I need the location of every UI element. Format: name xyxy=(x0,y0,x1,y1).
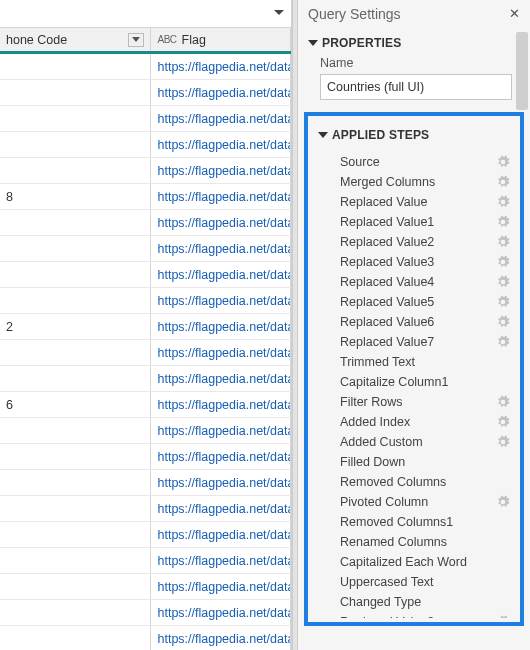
table-row[interactable]: 6https://flagpedia.net/data xyxy=(0,392,291,418)
gear-icon[interactable] xyxy=(496,195,510,209)
step-label: Trimmed Text xyxy=(332,355,496,369)
applied-step[interactable]: Added Custom xyxy=(332,432,514,452)
applied-step[interactable]: Renamed Columns xyxy=(332,532,514,552)
step-label: Replaced Value4 xyxy=(332,275,496,289)
cell-flag-url: https://flagpedia.net/data xyxy=(151,496,291,521)
cell-flag-url: https://flagpedia.net/data xyxy=(151,522,291,547)
gear-icon[interactable] xyxy=(496,335,510,349)
scrollbar-thumb[interactable] xyxy=(516,32,528,110)
gear-icon[interactable] xyxy=(496,395,510,409)
table-row[interactable]: https://flagpedia.net/data xyxy=(0,418,291,444)
cell-phone-code xyxy=(0,210,151,235)
gear-icon[interactable] xyxy=(496,435,510,449)
step-label: Pivoted Column xyxy=(332,495,496,509)
applied-step[interactable]: Added Index xyxy=(332,412,514,432)
gear-icon[interactable] xyxy=(496,175,510,189)
section-label: APPLIED STEPS xyxy=(332,128,429,142)
table-row[interactable]: https://flagpedia.net/data xyxy=(0,470,291,496)
table-row[interactable]: https://flagpedia.net/data xyxy=(0,548,291,574)
applied-step[interactable]: Replaced Value4 xyxy=(332,272,514,292)
cell-flag-url: https://flagpedia.net/data xyxy=(151,418,291,443)
applied-step[interactable]: Uppercased Text xyxy=(332,572,514,592)
properties-section-header[interactable]: PROPERTIES xyxy=(298,26,530,54)
gear-icon[interactable] xyxy=(496,615,510,618)
applied-step[interactable]: Filled Down xyxy=(332,452,514,472)
cell-flag-url: https://flagpedia.net/data xyxy=(151,314,291,339)
table-row[interactable]: https://flagpedia.net/data xyxy=(0,54,291,80)
step-label: Removed Columns1 xyxy=(332,515,496,529)
cell-phone-code xyxy=(0,522,151,547)
table-row[interactable]: https://flagpedia.net/data xyxy=(0,262,291,288)
step-label: Removed Columns xyxy=(332,475,496,489)
gear-icon[interactable] xyxy=(496,235,510,249)
column-header-flag[interactable]: ABC Flag xyxy=(151,28,291,51)
column-header-phone-code[interactable]: hone Code xyxy=(0,28,151,51)
gear-icon[interactable] xyxy=(496,255,510,269)
step-label: Replaced Value7 xyxy=(332,335,496,349)
table-row[interactable]: https://flagpedia.net/data xyxy=(0,158,291,184)
column-filter-dropdown[interactable] xyxy=(128,33,144,47)
cell-flag-url: https://flagpedia.net/data xyxy=(151,80,291,105)
applied-step[interactable]: Replaced Value8 xyxy=(332,612,514,618)
applied-step[interactable]: Replaced Value5 xyxy=(332,292,514,312)
table-row[interactable]: https://flagpedia.net/data xyxy=(0,236,291,262)
applied-step[interactable]: Replaced Value7 xyxy=(332,332,514,352)
cell-phone-code xyxy=(0,366,151,391)
applied-step[interactable]: Replaced Value2 xyxy=(332,232,514,252)
table-row[interactable]: https://flagpedia.net/data xyxy=(0,340,291,366)
applied-step[interactable]: Merged Columns xyxy=(332,172,514,192)
step-label: Replaced Value1 xyxy=(332,215,496,229)
table-row[interactable]: https://flagpedia.net/data xyxy=(0,80,291,106)
chevron-down-icon[interactable] xyxy=(273,5,285,23)
table-row[interactable]: https://flagpedia.net/data xyxy=(0,574,291,600)
table-row[interactable]: https://flagpedia.net/data xyxy=(0,132,291,158)
cell-phone-code xyxy=(0,158,151,183)
table-row[interactable]: https://flagpedia.net/data xyxy=(0,210,291,236)
cell-flag-url: https://flagpedia.net/data xyxy=(151,340,291,365)
table-row[interactable]: https://flagpedia.net/data xyxy=(0,496,291,522)
applied-step[interactable]: Replaced Value6 xyxy=(332,312,514,332)
query-name-input[interactable] xyxy=(320,74,512,100)
cell-flag-url: https://flagpedia.net/data xyxy=(151,132,291,157)
applied-step[interactable]: Replaced Value3 xyxy=(332,252,514,272)
table-row[interactable]: 8https://flagpedia.net/data xyxy=(0,184,291,210)
step-label: Capitalize Column1 xyxy=(332,375,496,389)
cell-phone-code xyxy=(0,496,151,521)
applied-steps-section-header[interactable]: APPLIED STEPS xyxy=(314,128,514,146)
table-row[interactable]: https://flagpedia.net/data xyxy=(0,288,291,314)
applied-step[interactable]: Capitalize Column1 xyxy=(332,372,514,392)
table-row[interactable]: https://flagpedia.net/data xyxy=(0,600,291,626)
gear-icon[interactable] xyxy=(496,215,510,229)
gear-icon[interactable] xyxy=(496,415,510,429)
step-label: Capitalized Each Word xyxy=(332,555,496,569)
applied-step[interactable]: Replaced Value1 xyxy=(332,212,514,232)
applied-step[interactable]: Pivoted Column xyxy=(332,492,514,512)
gear-icon[interactable] xyxy=(496,295,510,309)
table-row[interactable]: https://flagpedia.net/data xyxy=(0,106,291,132)
applied-step[interactable]: Capitalized Each Word xyxy=(332,552,514,572)
step-label: Replaced Value2 xyxy=(332,235,496,249)
cell-phone-code xyxy=(0,574,151,599)
gear-icon[interactable] xyxy=(496,275,510,289)
applied-step[interactable]: Replaced Value xyxy=(332,192,514,212)
column-header-row: hone Code ABC Flag xyxy=(0,28,291,54)
text-type-icon: ABC xyxy=(157,34,176,45)
table-row[interactable]: https://flagpedia.net/data xyxy=(0,444,291,470)
table-row[interactable]: 2https://flagpedia.net/data xyxy=(0,314,291,340)
close-icon[interactable]: ✕ xyxy=(509,6,520,21)
gear-icon[interactable] xyxy=(496,495,510,509)
applied-steps-panel: APPLIED STEPS SourceMerged ColumnsReplac… xyxy=(304,112,524,626)
table-row[interactable]: https://flagpedia.net/data xyxy=(0,626,291,650)
table-row[interactable]: https://flagpedia.net/data xyxy=(0,366,291,392)
applied-step[interactable]: Trimmed Text xyxy=(332,352,514,372)
table-row[interactable]: https://flagpedia.net/data xyxy=(0,522,291,548)
applied-step[interactable]: Removed Columns1 xyxy=(332,512,514,532)
applied-step[interactable]: Changed Type xyxy=(332,592,514,612)
name-label: Name xyxy=(298,54,530,72)
gear-icon[interactable] xyxy=(496,155,510,169)
gear-icon[interactable] xyxy=(496,315,510,329)
pane-title: Query Settings xyxy=(308,6,401,22)
applied-step[interactable]: Filter Rows xyxy=(332,392,514,412)
applied-step[interactable]: Source xyxy=(332,152,514,172)
applied-step[interactable]: Removed Columns xyxy=(332,472,514,492)
